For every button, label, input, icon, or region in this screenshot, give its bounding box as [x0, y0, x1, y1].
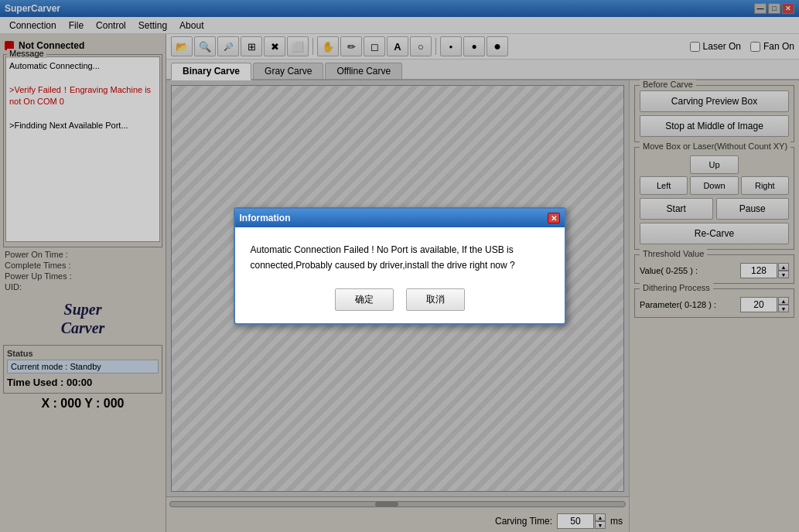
modal-message: Automatic Connection Failed ! No Port is…	[251, 244, 515, 270]
modal-footer: 确定 取消	[235, 282, 565, 323]
modal-close-button[interactable]: ✕	[548, 213, 560, 223]
modal-confirm-button[interactable]: 确定	[335, 288, 394, 311]
modal-body: Automatic Connection Failed ! No Port is…	[235, 227, 565, 281]
modal-overlay: Information ✕ Automatic Connection Faile…	[0, 0, 799, 532]
modal-title: Information	[240, 213, 291, 223]
modal-cancel-button[interactable]: 取消	[406, 288, 465, 311]
modal-titlebar: Information ✕	[235, 209, 565, 227]
information-modal: Information ✕ Automatic Connection Faile…	[234, 207, 566, 324]
